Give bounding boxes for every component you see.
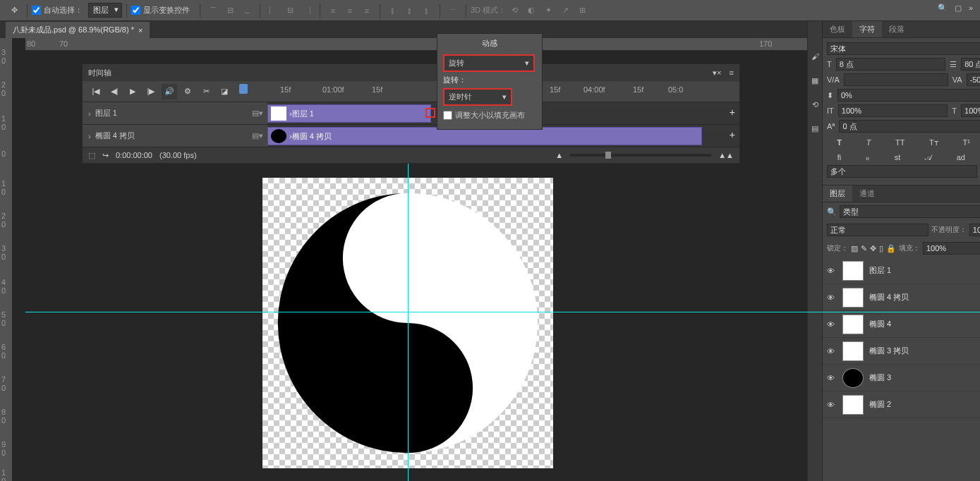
track-label[interactable]: › 图层 1 ▤▾ [83,102,267,124]
font-size-input[interactable] [836,58,945,71]
more-align-icon[interactable]: ⋯ [445,3,461,18]
tab-channels[interactable]: 通道 [852,185,882,202]
visibility-icon[interactable]: 👁 [827,320,837,329]
visibility-icon[interactable]: 👁 [827,374,837,382]
lock-all-icon[interactable]: 🔒 [886,244,896,253]
history-icon[interactable]: ⟲ [808,97,822,111]
font-family-dropdown[interactable] [827,42,980,55]
align-vcenter-icon[interactable]: ⊟ [222,3,238,18]
tab-layers[interactable]: 图层 [823,185,852,202]
video-clip[interactable]: › 图层 1 [267,104,431,123]
distribute-vcenter-icon[interactable]: ≡ [342,3,358,18]
tracking-input[interactable] [967,73,980,86]
layer-row[interactable]: 👁 椭圆 3 [823,365,980,391]
tsume-input[interactable] [837,89,980,102]
swash-icon[interactable]: 𝒜 [925,153,931,162]
split-icon[interactable]: ✂ [198,84,214,99]
auto-select-type[interactable]: 图层 [88,3,122,18]
distribute-bottom-icon[interactable]: ≡ [359,3,375,18]
align-left-icon[interactable]: ⎸ [265,3,281,18]
close-panel-icon[interactable]: ▾× [713,68,721,77]
layer-row[interactable]: 👁 椭圆 2 [823,391,980,418]
add-clip-icon[interactable]: + [730,106,735,118]
layer-row[interactable]: 👁 椭圆 3 拷贝 [823,338,980,365]
zoom-out-icon[interactable]: ▲ [555,151,563,159]
std-ligature-icon[interactable]: ℴ [866,153,869,162]
vscale-input[interactable] [961,104,980,117]
search-icon[interactable]: 🔍 [827,207,837,217]
play-icon[interactable]: ▶ [125,84,140,99]
horizontal-guide[interactable] [25,312,980,312]
visibility-icon[interactable]: 👁 [827,401,837,409]
lock-nest-icon[interactable]: ▯ [879,244,883,253]
zoom-in-icon[interactable]: ▲▲ [718,151,734,159]
lock-paint-icon[interactable]: ✎ [861,244,867,253]
distribute-hcenter-icon[interactable]: ⫿ [402,3,418,18]
goto-start-icon[interactable]: |◀ [88,84,104,99]
search-icon[interactable]: 🔍 [938,4,948,13]
lock-position-icon[interactable]: ✥ [870,244,876,253]
align-bottom-icon[interactable]: ⎽ [239,3,255,18]
fi-ligature-icon[interactable]: fi [837,153,842,162]
auto-select-checkbox[interactable]: 自动选择： [32,5,83,16]
kerning-input[interactable] [844,73,948,86]
transition-icon[interactable]: ◪ [217,84,232,99]
track-label[interactable]: › 椭圆 4 拷贝 ▤▾ [83,125,267,147]
language-dropdown[interactable] [827,165,977,178]
audio-icon[interactable]: 🔊 [162,84,177,99]
opacity-input[interactable] [969,224,980,236]
discretionary-icon[interactable]: st [895,153,901,162]
layer-row[interactable]: 👁 图层 1 [823,257,980,284]
tab-paragraph[interactable]: 段落 [882,21,912,37]
redo-icon[interactable]: ↪ [102,151,109,160]
brush-panel-icon[interactable]: 🖌 [808,49,822,63]
rotation-direction-dropdown[interactable]: 逆时针 ▾ [443,88,512,106]
visibility-icon[interactable]: 👁 [827,347,837,355]
align-right-icon[interactable]: ⎹ [299,3,315,18]
distribute-top-icon[interactable]: ≡ [325,3,341,18]
brush-presets-icon[interactable]: ▦ [808,73,822,87]
layer-filter-dropdown[interactable] [840,205,980,218]
hscale-input[interactable] [838,104,948,117]
smallcaps-icon[interactable]: Tᴛ [929,138,938,147]
chevron-right-icon[interactable]: › [88,132,91,140]
distribute-left-icon[interactable]: ⫿ [385,3,401,18]
document-tab[interactable]: 八卦未成品.psd @ 68.9%(RGB/8) * × [6,22,150,38]
actions-icon[interactable]: ▤ [808,121,822,135]
blend-mode-dropdown[interactable] [827,224,928,236]
playhead[interactable] [239,84,248,94]
align-hcenter-icon[interactable]: ⊟ [282,3,298,18]
tab-character[interactable]: 字符 [852,21,882,37]
workspace-icon[interactable]: ▢ [955,4,962,13]
visibility-icon[interactable]: 👁 [827,267,837,275]
fill-input[interactable] [923,242,980,255]
motion-type-dropdown[interactable]: 旋转 ▾ [443,54,535,72]
tab-swatches[interactable]: 色板 [823,21,852,37]
superscript-icon[interactable]: T¹ [962,138,969,147]
align-top-icon[interactable]: ⎺ [205,3,221,18]
allcaps-icon[interactable]: TT [895,138,905,147]
track-options-icon[interactable]: ▤▾ [252,131,263,140]
add-clip-icon[interactable]: + [730,129,735,140]
lock-transparency-icon[interactable]: ▨ [851,244,858,253]
italic-icon[interactable]: T [866,138,871,147]
leading-input[interactable] [961,58,980,71]
resize-to-fill-checkbox[interactable]: 调整大小以填充画布 [437,107,542,123]
track-options-icon[interactable]: ▤▾ [252,109,263,118]
chevron-right-icon[interactable]: › [88,109,91,118]
move-tool-icon[interactable]: ✥ [7,4,21,18]
next-frame-icon[interactable]: |▶ [143,84,159,99]
visibility-icon[interactable]: 👁 [827,293,837,302]
panel-menu-icon[interactable]: ≡ [730,68,734,77]
convert-icon[interactable]: ⬚ [88,151,95,160]
settings-icon[interactable]: ⚙ [180,84,195,99]
prev-frame-icon[interactable]: ◀| [107,84,122,99]
baseline-input[interactable] [839,120,980,133]
show-transform-checkbox[interactable]: 显示变换控件 [131,5,190,16]
zoom-slider[interactable] [605,152,611,159]
dock-menu-icon[interactable]: » [969,4,973,13]
layer-row[interactable]: 👁 椭圆 4 [823,311,980,338]
layer-row[interactable]: 👁 椭圆 4 拷贝 [823,284,980,311]
stylistic-icon[interactable]: ad [957,153,965,162]
distribute-right-icon[interactable]: ⫿ [419,3,435,18]
